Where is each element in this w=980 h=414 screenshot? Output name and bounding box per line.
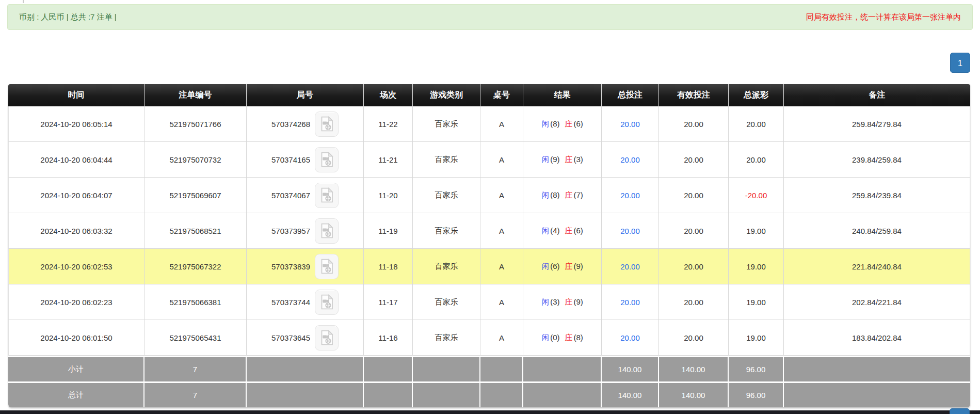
player-result-score: (6) (550, 262, 559, 270)
video-replay-icon[interactable] (315, 183, 339, 208)
player-result-label: 闲 (541, 190, 549, 199)
round-number-text: 570374268 (271, 120, 310, 129)
total-bet-link[interactable]: 20.00 (620, 262, 640, 271)
cell-remark: 259.84/239.84 (784, 178, 970, 213)
cell-time: 2024-10-20 06:02:53 (8, 249, 144, 284)
cell-round-number: 570374268 (247, 106, 364, 142)
cell-total-bet: 20.00 (602, 142, 659, 178)
cell-table-number: A (480, 106, 523, 142)
col-header-game-type: 游戏类别 (413, 84, 480, 106)
subtotal-count: 7 (144, 356, 247, 381)
video-replay-icon[interactable] (315, 112, 339, 137)
cell-result: 闲(8)庄(7) (523, 178, 602, 213)
subtotal-payout: 96.00 (729, 356, 784, 381)
footer-bar (0, 410, 980, 414)
cell-game-type: 百家乐 (413, 284, 480, 320)
cell-round-number: 570374165 (247, 142, 364, 178)
banker-result-score: (6) (574, 226, 583, 235)
cell-result: 闲(3)庄(9) (523, 284, 602, 320)
cell-remark: 221.84/240.84 (784, 249, 970, 284)
col-header-total-bet: 总投注 (602, 84, 659, 106)
col-header-total-payout: 总派彩 (729, 84, 784, 106)
video-replay-icon[interactable] (315, 254, 339, 279)
summary-bar: 币别 : 人民币 | 总共 :7 注单 | 同局有效投注，统一计算在该局第一张注… (7, 4, 973, 30)
cell-round-number: 570373645 (247, 320, 364, 356)
cell-valid-bet: 20.00 (659, 213, 729, 249)
cell-bet-number: 521975071766 (144, 106, 247, 142)
table-header-row: 时间 注单编号 局号 场次 游戏类别 桌号 结果 总投注 有效投注 总派彩 备注 (8, 84, 970, 106)
cell-session: 11-17 (364, 284, 413, 320)
banker-result-score: (7) (574, 190, 583, 199)
round-number-text: 570374067 (271, 191, 310, 200)
cell-session: 11-21 (364, 142, 413, 178)
total-bet-link[interactable]: 20.00 (620, 333, 640, 342)
player-result-label: 闲 (541, 262, 549, 270)
cell-payout: 19.00 (729, 213, 784, 249)
cell-bet-number: 521975068521 (144, 213, 247, 249)
cell-time: 2024-10-20 06:03:32 (8, 213, 144, 249)
cell-bet-number: 521975067322 (144, 249, 247, 284)
cell-session: 11-20 (364, 178, 413, 213)
total-bet-link[interactable]: 20.00 (620, 227, 640, 235)
cell-payout: 20.00 (729, 106, 784, 142)
cell-payout: 20.00 (729, 142, 784, 178)
table-row: 2024-10-20 06:05:14 521975071766 5703742… (8, 106, 970, 142)
cell-valid-bet: 20.00 (659, 178, 729, 213)
col-header-table-number: 桌号 (480, 84, 523, 106)
cell-game-type: 百家乐 (413, 249, 480, 284)
round-number-text: 570374165 (271, 155, 310, 164)
cell-valid-bet: 20.00 (659, 249, 729, 284)
cell-valid-bet: 20.00 (659, 284, 729, 320)
player-result-score: (8) (550, 190, 559, 199)
subtotal-total-bet: 140.00 (602, 356, 659, 381)
cell-total-bet: 20.00 (602, 249, 659, 284)
currency-summary-text: 币别 : 人民币 | 总共 :7 注单 | (19, 12, 117, 22)
cell-total-bet: 20.00 (602, 213, 659, 249)
cell-time: 2024-10-20 06:01:50 (8, 320, 144, 356)
banker-result-label: 庄 (565, 297, 573, 306)
video-replay-icon[interactable] (315, 147, 339, 172)
player-result-score: (3) (550, 297, 559, 306)
cell-payout: -20.00 (729, 178, 784, 213)
cell-bet-number: 521975070732 (144, 142, 247, 178)
cell-valid-bet: 20.00 (659, 142, 729, 178)
cell-round-number: 570374067 (247, 178, 364, 213)
round-number-text: 570373645 (271, 333, 310, 342)
pagination-page-button-bottom[interactable]: 1 (950, 408, 970, 414)
banker-result-score: (9) (574, 262, 583, 270)
cell-session: 11-22 (364, 106, 413, 142)
cell-game-type: 百家乐 (413, 142, 480, 178)
table-row: 2024-10-20 06:04:44 521975070732 5703741… (8, 142, 970, 178)
cell-remark: 183.84/202.84 (784, 320, 970, 356)
total-payout: 96.00 (729, 381, 784, 407)
grand-total-row: 总计 7 140.00 140.00 96.00 (8, 381, 970, 407)
video-replay-icon[interactable] (315, 290, 339, 315)
cell-result: 闲(6)庄(9) (523, 249, 602, 284)
video-replay-icon[interactable] (315, 218, 339, 244)
table-row: 2024-10-20 06:04:07 521975069607 5703740… (8, 178, 970, 213)
total-bet-link[interactable]: 20.00 (620, 120, 640, 129)
cell-total-bet: 20.00 (602, 178, 659, 213)
cell-table-number: A (480, 142, 523, 178)
cell-time: 2024-10-20 06:05:14 (8, 106, 144, 142)
total-bet-link[interactable]: 20.00 (620, 155, 640, 164)
cell-table-number: A (480, 213, 523, 249)
total-bet-link[interactable]: 20.00 (620, 191, 640, 200)
cell-total-bet: 20.00 (602, 106, 659, 142)
round-number-text: 570373957 (271, 227, 310, 235)
pagination-page-button-top[interactable]: 1 (950, 53, 970, 73)
cell-remark: 259.84/279.84 (784, 106, 970, 142)
video-replay-icon[interactable] (315, 325, 339, 351)
subtotal-label: 小计 (8, 356, 144, 381)
banker-result-score: (6) (574, 119, 583, 128)
subtotal-row: 小计 7 140.00 140.00 96.00 (8, 356, 970, 381)
cell-bet-number: 521975066381 (144, 284, 247, 320)
total-valid-bet: 140.00 (659, 381, 729, 407)
player-result-label: 闲 (541, 226, 549, 235)
cell-table-number: A (480, 320, 523, 356)
total-bet-link[interactable]: 20.00 (620, 298, 640, 307)
table-row: 2024-10-20 06:03:32 521975068521 5703739… (8, 213, 970, 249)
cell-round-number: 570373957 (247, 213, 364, 249)
cell-time: 2024-10-20 06:02:23 (8, 284, 144, 320)
col-header-session: 场次 (364, 84, 413, 106)
